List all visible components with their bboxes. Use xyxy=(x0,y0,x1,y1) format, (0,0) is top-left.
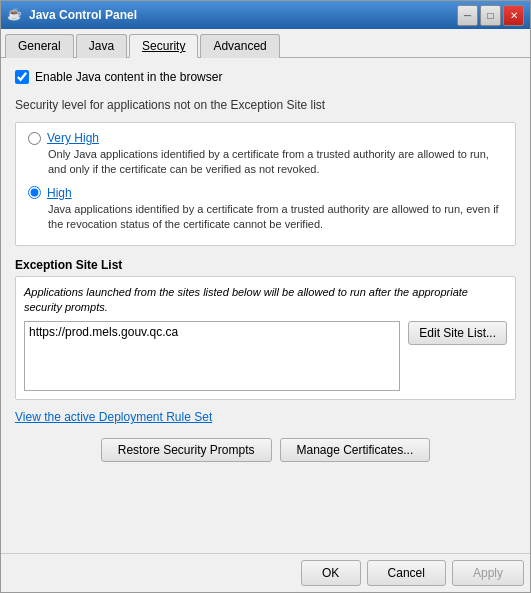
title-controls: ─ □ ✕ xyxy=(457,5,524,26)
tab-general[interactable]: General xyxy=(5,34,74,58)
deployment-rule-link[interactable]: View the active Deployment Rule Set xyxy=(15,410,212,424)
radio-very-high-desc: Only Java applications identified by a c… xyxy=(48,147,503,178)
window-title: Java Control Panel xyxy=(29,8,137,22)
tab-advanced[interactable]: Advanced xyxy=(200,34,279,58)
tab-bar: General Java Security Advanced xyxy=(1,29,530,58)
manage-certificates-button[interactable]: Manage Certificates... xyxy=(280,438,431,462)
exception-desc-normal: Applications launched from the sites lis… xyxy=(24,286,264,298)
exception-site-list[interactable]: https://prod.mels.gouv.qc.ca xyxy=(24,321,400,391)
close-button[interactable]: ✕ xyxy=(503,5,524,26)
ok-button[interactable]: OK xyxy=(301,560,361,586)
footer-divider xyxy=(1,553,530,554)
title-bar: ☕ Java Control Panel ─ □ ✕ xyxy=(1,1,530,29)
exception-site-desc: Applications launched from the sites lis… xyxy=(24,285,507,316)
enable-java-checkbox[interactable] xyxy=(15,70,29,84)
radio-high-text[interactable]: High xyxy=(47,186,72,200)
exception-site-box: Applications launched from the sites lis… xyxy=(15,276,516,401)
title-bar-left: ☕ Java Control Panel xyxy=(7,7,137,23)
main-content: Enable Java content in the browser Secur… xyxy=(1,58,530,547)
radio-option-very-high: Very High Only Java applications identif… xyxy=(28,131,503,178)
exception-list-row: https://prod.mels.gouv.qc.ca Edit Site L… xyxy=(24,321,507,391)
minimize-button[interactable]: ─ xyxy=(457,5,478,26)
cancel-button[interactable]: Cancel xyxy=(367,560,446,586)
tab-java[interactable]: Java xyxy=(76,34,127,58)
enable-java-label[interactable]: Enable Java content in the browser xyxy=(35,70,222,84)
radio-high-desc: Java applications identified by a certif… xyxy=(48,202,503,233)
exception-site-title: Exception Site List xyxy=(15,258,516,272)
exception-site-section: Exception Site List Applications launche… xyxy=(15,258,516,401)
security-level-group: Very High Only Java applications identif… xyxy=(15,122,516,246)
radio-high[interactable] xyxy=(28,186,41,199)
radio-option-high: High Java applications identified by a c… xyxy=(28,186,503,233)
enable-java-row: Enable Java content in the browser xyxy=(15,70,516,84)
deployment-link-row: View the active Deployment Rule Set xyxy=(15,410,516,424)
radio-high-label-row: High xyxy=(28,186,503,200)
radio-very-high-label-row: Very High xyxy=(28,131,503,145)
tab-security[interactable]: Security xyxy=(129,34,198,58)
radio-very-high[interactable] xyxy=(28,132,41,145)
apply-button[interactable]: Apply xyxy=(452,560,524,586)
maximize-button[interactable]: □ xyxy=(480,5,501,26)
java-icon: ☕ xyxy=(7,7,23,23)
security-level-label: Security level for applications not on t… xyxy=(15,98,516,112)
edit-site-list-button[interactable]: Edit Site List... xyxy=(408,321,507,345)
footer-buttons: OK Cancel Apply xyxy=(1,560,530,592)
restore-security-button[interactable]: Restore Security Prompts xyxy=(101,438,272,462)
bottom-action-buttons: Restore Security Prompts Manage Certific… xyxy=(15,438,516,462)
radio-very-high-text[interactable]: Very High xyxy=(47,131,99,145)
java-control-panel-window: ☕ Java Control Panel ─ □ ✕ General Java … xyxy=(0,0,531,593)
list-item: https://prod.mels.gouv.qc.ca xyxy=(29,324,395,340)
